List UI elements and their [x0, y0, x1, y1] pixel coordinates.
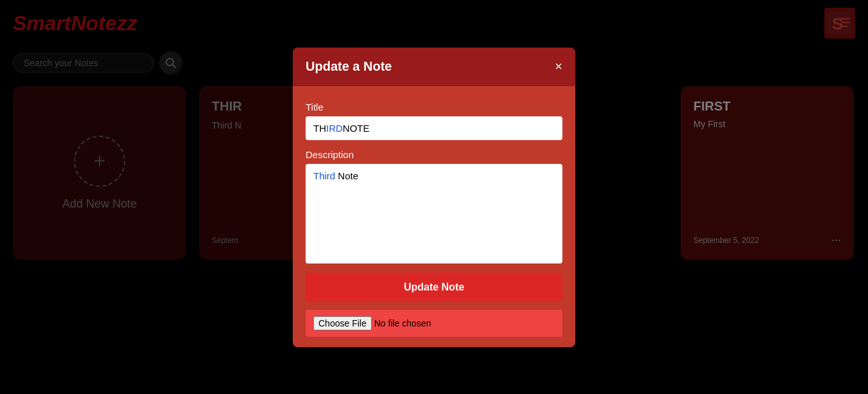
modal-close-button[interactable]: ×: [555, 60, 562, 73]
description-field[interactable]: Third Note: [306, 164, 562, 264]
file-input-wrapper: [306, 310, 562, 337]
modal-header: Update a Note ×: [293, 48, 575, 86]
title-label: Title: [306, 102, 562, 112]
modal-title: Update a Note: [306, 59, 392, 74]
update-note-button[interactable]: Update Note: [306, 273, 562, 302]
modal-body: Title THIRD NOTE Description Third Note …: [293, 86, 575, 347]
desc-highlight: Third: [313, 170, 335, 181]
desc-rest: Note: [335, 170, 358, 181]
title-highlight: IRD: [326, 123, 343, 134]
title-plain: TH: [313, 123, 326, 134]
description-label: Description: [306, 149, 562, 160]
title-rest: NOTE: [343, 123, 370, 134]
title-field[interactable]: THIRD NOTE: [306, 116, 562, 140]
update-note-modal: Update a Note × Title THIRD NOTE Descrip…: [293, 48, 575, 347]
file-input[interactable]: [313, 316, 483, 330]
